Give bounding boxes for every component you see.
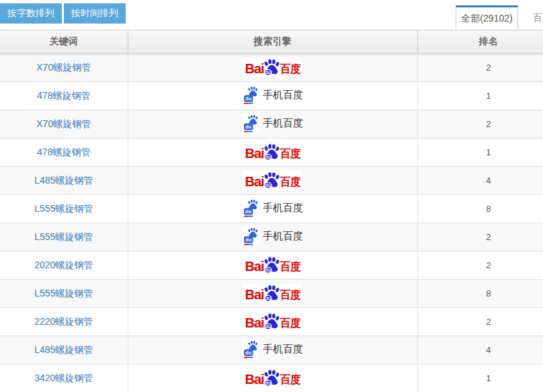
baidu-logo-bai: Bai [245,288,263,301]
baidu-logo-cn: 百度 [280,262,300,272]
rank-value: 4 [417,336,543,364]
keyword-link[interactable]: 3420螺旋钢管 [34,373,93,383]
table-row: 2020螺旋钢管 Bai du [0,251,543,280]
keyword-cell: 3420螺旋钢管 [0,364,128,392]
baidu-logo-bai: Bai [245,175,263,188]
mobile-baidu-label: 手机百度 [263,230,303,243]
baidu-paw-icon: du [263,256,281,274]
keyword-link[interactable]: X70螺旋钢管 [36,118,91,129]
table-row: 478螺旋钢管 [0,82,543,110]
table-row: L485螺旋钢管 Bai du [0,167,543,195]
engine-cell: Bai du 百度 [128,251,417,280]
rank-value: 1 [417,364,543,392]
svg-text:du: du [265,71,271,75]
rank-value: 4 [417,167,543,195]
engine-cell: Bai du 百度 [128,167,417,195]
keyword-link[interactable]: L555螺旋钢管 [34,288,93,299]
mobile-baidu-icon: du [242,85,259,105]
baidu-logo: Bai du 百度 [243,171,302,190]
baidu-logo-cn: 百度 [280,375,300,385]
mobile-baidu-label: 手机百度 [263,117,303,130]
keyword-link[interactable]: L555螺旋钢管 [34,203,93,214]
table-row: X70螺旋钢管 Bai du [0,54,543,82]
table-row: L485螺旋钢管 [0,336,543,364]
svg-text:du: du [245,237,252,243]
svg-text:du: du [265,183,271,188]
rank-value: 2 [417,54,543,82]
rank-value: 1 [417,139,543,167]
rank-value: 8 [417,280,543,308]
svg-text:du: du [245,350,252,356]
engine-cell: du 手机百度 [128,223,417,251]
table-row: L555螺旋钢管 [0,223,543,251]
rank-value: 2 [417,110,543,139]
sort-by-time-button[interactable]: 按时间排列 [64,3,126,24]
keyword-cell: 2220螺旋钢管 [0,308,128,336]
table-row: L555螺旋钢管 [0,195,543,223]
keyword-link[interactable]: 2020螺旋钢管 [34,260,93,270]
baidu-logo-bai: Bai [245,373,263,386]
rank-value: 2 [417,223,543,251]
baidu-paw-icon: du [263,369,281,387]
mobile-baidu: du 手机百度 [242,85,303,105]
baidu-logo-bai: Bai [245,316,263,329]
baidu-logo-bai: Bai [245,147,263,160]
mobile-baidu: du 手机百度 [242,114,303,133]
mobile-baidu-label: 手机百度 [263,343,303,356]
svg-text:du: du [245,95,252,102]
keyword-link[interactable]: 478螺旋钢管 [37,90,90,101]
keyword-cell: L485螺旋钢管 [0,167,128,195]
sort-by-wordcount-button[interactable]: 按字数排列 [0,3,62,24]
engine-cell: Bai du 百度 [128,54,417,82]
table-header-row: 关键词 搜索引擎 排名 [0,30,543,54]
engine-cell: du 手机百度 [128,336,417,364]
table-row: 2220螺旋钢管 Bai du [0,308,543,336]
tab-all[interactable]: 全部(29102) [456,5,518,30]
baidu-logo-cn: 百度 [280,290,300,301]
baidu-logo-cn: 百度 [280,64,300,75]
keyword-ranking-page: 按字数排列 按时间排列 全部(29102) 百度 关键词 搜索引擎 排名 X70… [0,0,543,392]
baidu-logo-cn: 百度 [280,149,300,159]
svg-text:du: du [265,296,271,301]
mobile-baidu-icon: du [242,340,259,359]
keyword-link[interactable]: L555螺旋钢管 [34,231,93,242]
engine-cell: du 手机百度 [128,110,417,139]
tab-baidu[interactable]: 百度 [519,5,543,30]
table-row: X70螺旋钢管 [0,110,543,139]
svg-text:du: du [265,381,271,385]
baidu-logo: Bai du 百度 [243,284,302,303]
toolbar: 按字数排列 按时间排列 全部(29102) 百度 [0,0,543,30]
engine-cell: Bai du 百度 [128,280,417,308]
keyword-cell: 2020螺旋钢管 [0,251,128,280]
baidu-logo: Bai du 百度 [243,143,302,162]
ranking-table: 关键词 搜索引擎 排名 X70螺旋钢管 Bai [0,30,543,392]
col-header-engine: 搜索引擎 [128,30,417,54]
rank-value: 8 [417,195,543,223]
keyword-link[interactable]: L485螺旋钢管 [34,344,93,355]
mobile-baidu: du 手机百度 [242,198,303,218]
keyword-cell: L555螺旋钢管 [0,195,128,223]
baidu-paw-icon: du [263,284,281,303]
rank-value: 2 [417,251,543,280]
keyword-link[interactable]: 478螺旋钢管 [37,147,90,157]
engine-cell: du 手机百度 [128,195,417,223]
col-header-rank: 排名 [417,30,543,54]
table-row: 3420螺旋钢管 Bai du [0,364,543,392]
baidu-logo-bai: Bai [245,260,263,273]
keyword-cell: L485螺旋钢管 [0,336,128,364]
keyword-cell: 478螺旋钢管 [0,82,128,110]
baidu-paw-icon: du [263,143,281,161]
rank-value: 1 [417,82,543,110]
mobile-baidu-icon: du [242,198,259,218]
rank-value: 2 [417,308,543,336]
mobile-baidu-icon: du [242,227,259,246]
keyword-link[interactable]: 2220螺旋钢管 [34,316,93,327]
svg-text:du: du [265,324,271,329]
keyword-link[interactable]: X70螺旋钢管 [36,62,91,73]
mobile-baidu: du 手机百度 [242,340,303,359]
keyword-link[interactable]: L485螺旋钢管 [34,175,93,186]
baidu-paw-icon: du [263,313,281,331]
baidu-logo: Bai du 百度 [243,58,302,77]
baidu-logo: Bai du 百度 [243,368,302,388]
baidu-logo: Bai du 百度 [243,312,302,331]
